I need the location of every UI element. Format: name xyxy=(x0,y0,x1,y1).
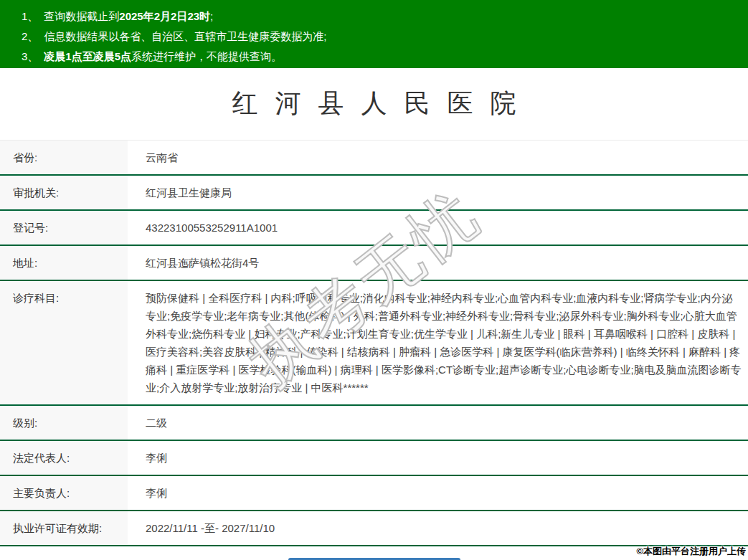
table-row: 审批机关:红河县卫生健康局 xyxy=(0,176,748,211)
row-label: 主要负责人: xyxy=(0,476,128,510)
hospital-info-table: 省份:云南省审批机关:红河县卫生健康局登记号:43223100553252911… xyxy=(0,140,748,546)
notice-item-number: 1、 xyxy=(22,6,38,27)
row-value: 预防保健科 | 全科医疗科 | 内科;呼吸内科专业;消化内科专业;神经内科专业;… xyxy=(128,281,748,404)
table-row: 地址:红河县迤萨镇松花街4号 xyxy=(0,246,748,281)
notice-item: 2、信息数据结果以各省、自治区、直辖市卫生健康委数据为准; xyxy=(22,27,741,47)
table-row: 主要负责人:李俐 xyxy=(0,476,748,511)
row-value: 二级 xyxy=(128,406,748,440)
row-value: 李俐 xyxy=(128,476,748,510)
notice-item-number: 2、 xyxy=(22,27,38,47)
notice-item-text: 信息数据结果以各省、自治区、直辖市卫生健康委数据为准; xyxy=(44,27,326,47)
notice-item-text: 查询数据截止到2025年2月2日23时; xyxy=(44,6,213,27)
table-row: 级别:二级 xyxy=(0,406,748,441)
table-row: 法定代表人:李俐 xyxy=(0,441,748,476)
table-row: 诊疗科目:预防保健科 | 全科医疗科 | 内科;呼吸内科专业;消化内科专业;神经… xyxy=(0,281,748,406)
row-label: 诊疗科目: xyxy=(0,281,128,404)
row-label: 执业许可证有效期: xyxy=(0,511,128,545)
hospital-name-title: 红河县人民医院 xyxy=(0,68,748,140)
row-value: 红河县卫生健康局 xyxy=(128,176,748,209)
notice-banner: 1、查询数据截止到2025年2月2日23时;2、信息数据结果以各省、自治区、直辖… xyxy=(0,0,748,68)
notice-item: 1、查询数据截止到2025年2月2日23时; xyxy=(22,6,741,27)
row-label: 级别: xyxy=(0,406,128,440)
table-row: 省份:云南省 xyxy=(0,141,748,176)
row-value: 43223100553252911A1001 xyxy=(128,211,748,245)
row-label: 审批机关: xyxy=(0,176,128,209)
notice-item-text: 凌晨1点至凌晨5点系统进行维护，不能提供查询。 xyxy=(44,47,282,67)
row-value: 云南省 xyxy=(128,141,748,174)
row-value: 李俐 xyxy=(128,441,748,475)
row-label: 地址: xyxy=(0,246,128,280)
row-value: 红河县迤萨镇松花街4号 xyxy=(128,246,748,280)
table-row: 执业许可证有效期:2022/11/11 -至- 2027/11/10 xyxy=(0,511,748,546)
notice-list: 1、查询数据截止到2025年2月2日23时;2、信息数据结果以各省、自治区、直辖… xyxy=(22,6,741,67)
row-label: 省份: xyxy=(0,141,128,174)
table-row: 登记号:43223100553252911A1001 xyxy=(0,211,748,246)
row-value: 2022/11/11 -至- 2027/11/10 xyxy=(128,511,748,545)
uploader-attribution: ©本图由平台注册用户上传 xyxy=(636,545,746,558)
notice-item: 3、凌晨1点至凌晨5点系统进行维护，不能提供查询。 xyxy=(22,47,741,67)
row-label: 登记号: xyxy=(0,211,128,245)
notice-item-number: 3、 xyxy=(22,47,38,67)
row-label: 法定代表人: xyxy=(0,441,128,475)
